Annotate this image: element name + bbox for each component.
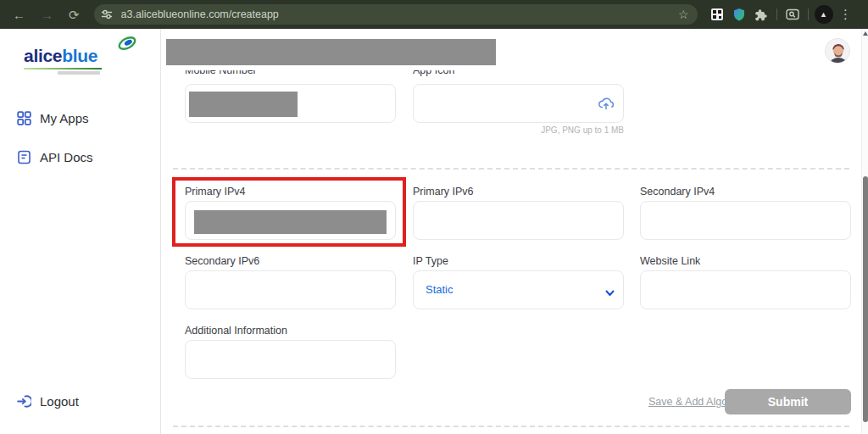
page-title-redaction <box>166 39 496 65</box>
primary-ipv6-label: Primary IPv6 <box>413 186 474 198</box>
toolbar-separator <box>808 8 809 20</box>
back-icon[interactable]: ← <box>5 8 33 21</box>
secondary-ipv4-input[interactable] <box>640 201 851 240</box>
app-icon-upload-field[interactable] <box>413 84 624 123</box>
sidebar-item-my-apps[interactable]: My Apps <box>0 105 161 131</box>
logout-icon <box>17 394 31 409</box>
shield-extension-icon[interactable] <box>728 3 750 25</box>
refresh-icon[interactable]: ⟳ <box>61 8 87 21</box>
ip-type-select[interactable]: Static <box>413 270 624 309</box>
scrollbar-up-arrow[interactable] <box>863 31 868 36</box>
bookmark-star-icon[interactable]: ☆ <box>676 8 691 21</box>
user-avatar[interactable] <box>825 38 850 64</box>
aliceblue-logo[interactable]: aliceblue <box>24 46 125 75</box>
primary-ipv6-input[interactable] <box>413 201 624 240</box>
logo-tagline <box>58 71 100 75</box>
mobile-number-input[interactable] <box>185 84 396 123</box>
cloud-upload-icon[interactable] <box>597 94 615 116</box>
qr-extension-icon[interactable] <box>706 3 728 25</box>
primary-ipv4-input[interactable] <box>185 201 396 240</box>
browser-menu-icon[interactable]: ⋮ <box>835 3 857 25</box>
sidebar-item-label: My Apps <box>40 111 89 125</box>
document-icon <box>17 150 31 164</box>
address-bar[interactable]: a3.aliceblueonline.com/createapp ☆ <box>94 4 698 25</box>
app-icon-hint: JPG, PNG up to 1 MB <box>413 125 624 135</box>
additional-information-input[interactable] <box>185 340 396 379</box>
screen: ← → ⟳ a3.aliceblueonline.com/createapp ☆ <box>0 0 868 434</box>
logo-text-blue: blue <box>62 46 97 65</box>
bottom-divider <box>173 426 849 427</box>
sidebar: aliceblue <box>0 29 161 434</box>
website-link-label: Website Link <box>640 255 700 267</box>
browser-profile-avatar[interactable]: ▲ <box>813 3 835 25</box>
primary-ipv4-redaction <box>194 210 387 234</box>
secondary-ipv6-input[interactable] <box>185 270 396 309</box>
secondary-ipv6-label: Secondary IPv6 <box>185 255 259 267</box>
submit-button[interactable]: Submit <box>725 389 851 415</box>
ip-type-selected-value: Static <box>426 283 453 296</box>
forward-icon[interactable]: → <box>33 8 61 21</box>
sidebar-item-logout[interactable]: Logout <box>0 388 161 414</box>
chevron-down-icon <box>605 285 615 300</box>
logo-underline <box>24 68 102 70</box>
extensions-puzzle-icon[interactable] <box>750 3 772 25</box>
additional-information-label: Additional Information <box>185 325 287 337</box>
site-settings-icon[interactable] <box>99 7 114 22</box>
logo-swirl-icon <box>115 34 139 57</box>
sidebar-item-label: Logout <box>40 394 79 409</box>
mobile-number-redaction <box>189 92 298 117</box>
tab-search-icon[interactable] <box>782 3 804 25</box>
section-divider <box>173 168 849 170</box>
primary-ipv4-label: Primary IPv4 <box>185 186 246 198</box>
browser-toolbar: ← → ⟳ a3.aliceblueonline.com/createapp ☆ <box>0 0 868 29</box>
page-scrollbar[interactable] <box>861 29 868 434</box>
toolbar-separator <box>776 8 777 20</box>
save-and-add-algo-link[interactable]: Save & Add Algo <box>648 396 727 408</box>
url-text[interactable]: a3.aliceblueonline.com/createapp <box>121 8 676 20</box>
ip-type-label: IP Type <box>413 255 448 267</box>
create-app-form: Mobile Number App Icon JPG, PNG up to 1 … <box>161 29 861 434</box>
logo-text-alice: alice <box>24 46 62 65</box>
secondary-ipv4-label: Secondary IPv4 <box>640 186 715 198</box>
sidebar-item-label: API Docs <box>40 150 93 164</box>
grid-icon <box>17 111 31 125</box>
scrollbar-thumb[interactable] <box>863 176 868 422</box>
toolbar-right-cluster: ▲ ⋮ <box>706 3 857 25</box>
website-link-input[interactable] <box>640 270 851 309</box>
sidebar-item-api-docs[interactable]: API Docs <box>0 144 161 170</box>
